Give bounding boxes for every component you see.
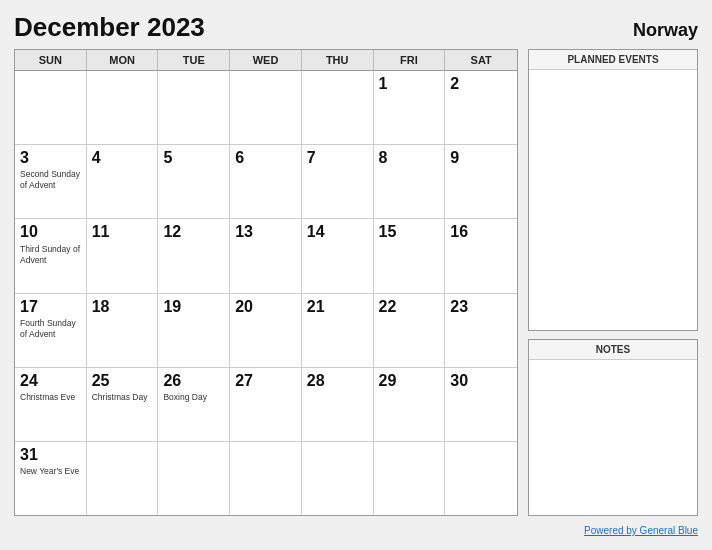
calendar-day-header: TUE bbox=[158, 50, 230, 70]
footer: Powered by General Blue bbox=[14, 520, 698, 538]
calendar-week-row: 24Christmas Eve25Christmas Day26Boxing D… bbox=[15, 368, 517, 442]
calendar-cell bbox=[445, 442, 517, 515]
main-content: SUNMONTUEWEDTHUFRISAT 123Second Sunday o… bbox=[14, 49, 698, 516]
calendar-week-row: 31New Year's Eve bbox=[15, 442, 517, 515]
page: December 2023 Norway SUNMONTUEWEDTHUFRIS… bbox=[0, 0, 712, 550]
calendar-cell: 8 bbox=[374, 145, 446, 218]
calendar: SUNMONTUEWEDTHUFRISAT 123Second Sunday o… bbox=[14, 49, 518, 516]
day-number: 23 bbox=[450, 297, 512, 316]
calendar-cell: 12 bbox=[158, 219, 230, 292]
calendar-day-header: SUN bbox=[15, 50, 87, 70]
day-number: 17 bbox=[20, 297, 81, 316]
day-event: Boxing Day bbox=[163, 392, 224, 403]
day-number: 12 bbox=[163, 222, 224, 241]
day-number: 13 bbox=[235, 222, 296, 241]
day-event: Christmas Day bbox=[92, 392, 153, 403]
day-number: 25 bbox=[92, 371, 153, 390]
day-number: 31 bbox=[20, 445, 81, 464]
day-number: 29 bbox=[379, 371, 440, 390]
calendar-day-header: MON bbox=[87, 50, 159, 70]
calendar-cell: 20 bbox=[230, 294, 302, 367]
day-number: 5 bbox=[163, 148, 224, 167]
calendar-cell bbox=[87, 442, 159, 515]
day-number: 20 bbox=[235, 297, 296, 316]
calendar-day-header: THU bbox=[302, 50, 374, 70]
planned-events-content bbox=[529, 70, 697, 330]
day-number: 18 bbox=[92, 297, 153, 316]
powered-by-link[interactable]: Powered by General Blue bbox=[584, 525, 698, 536]
calendar-cell: 2 bbox=[445, 71, 517, 144]
calendar-cell: 26Boxing Day bbox=[158, 368, 230, 441]
calendar-cell: 25Christmas Day bbox=[87, 368, 159, 441]
calendar-cell: 23 bbox=[445, 294, 517, 367]
calendar-cell: 11 bbox=[87, 219, 159, 292]
calendar-cell: 22 bbox=[374, 294, 446, 367]
calendar-cell bbox=[374, 442, 446, 515]
day-number: 24 bbox=[20, 371, 81, 390]
day-number: 7 bbox=[307, 148, 368, 167]
calendar-week-row: 17Fourth Sunday of Advent181920212223 bbox=[15, 294, 517, 368]
header: December 2023 Norway bbox=[14, 12, 698, 43]
day-number: 14 bbox=[307, 222, 368, 241]
calendar-week-row: 10Third Sunday of Advent111213141516 bbox=[15, 219, 517, 293]
day-number: 19 bbox=[163, 297, 224, 316]
calendar-cell: 29 bbox=[374, 368, 446, 441]
day-number: 26 bbox=[163, 371, 224, 390]
calendar-week-row: 12 bbox=[15, 71, 517, 145]
calendar-cell: 21 bbox=[302, 294, 374, 367]
day-number: 4 bbox=[92, 148, 153, 167]
calendar-cell: 7 bbox=[302, 145, 374, 218]
day-number: 27 bbox=[235, 371, 296, 390]
day-event: Fourth Sunday of Advent bbox=[20, 318, 81, 340]
calendar-day-header: SAT bbox=[445, 50, 517, 70]
calendar-cell bbox=[230, 71, 302, 144]
day-number: 28 bbox=[307, 371, 368, 390]
calendar-cell: 17Fourth Sunday of Advent bbox=[15, 294, 87, 367]
day-event: Third Sunday of Advent bbox=[20, 244, 81, 266]
notes-box: NOTES bbox=[528, 339, 698, 516]
day-number: 2 bbox=[450, 74, 512, 93]
calendar-cell: 10Third Sunday of Advent bbox=[15, 219, 87, 292]
calendar-cell bbox=[230, 442, 302, 515]
calendar-body: 123Second Sunday of Advent45678910Third … bbox=[15, 71, 517, 515]
calendar-day-header: FRI bbox=[374, 50, 446, 70]
calendar-cell bbox=[87, 71, 159, 144]
notes-title: NOTES bbox=[529, 340, 697, 360]
calendar-cell: 27 bbox=[230, 368, 302, 441]
planned-events-title: PLANNED EVENTS bbox=[529, 50, 697, 70]
day-number: 15 bbox=[379, 222, 440, 241]
calendar-cell: 5 bbox=[158, 145, 230, 218]
calendar-cell: 28 bbox=[302, 368, 374, 441]
day-number: 6 bbox=[235, 148, 296, 167]
day-number: 10 bbox=[20, 222, 81, 241]
calendar-cell: 31New Year's Eve bbox=[15, 442, 87, 515]
calendar-cell: 18 bbox=[87, 294, 159, 367]
calendar-cell bbox=[15, 71, 87, 144]
day-number: 30 bbox=[450, 371, 512, 390]
calendar-cell: 30 bbox=[445, 368, 517, 441]
day-number: 3 bbox=[20, 148, 81, 167]
calendar-cell: 1 bbox=[374, 71, 446, 144]
sidebar: PLANNED EVENTS NOTES bbox=[528, 49, 698, 516]
calendar-cell bbox=[158, 442, 230, 515]
calendar-cell: 19 bbox=[158, 294, 230, 367]
calendar-cell: 3Second Sunday of Advent bbox=[15, 145, 87, 218]
day-number: 11 bbox=[92, 222, 153, 241]
calendar-cell bbox=[302, 71, 374, 144]
day-event: New Year's Eve bbox=[20, 466, 81, 477]
day-number: 21 bbox=[307, 297, 368, 316]
day-number: 9 bbox=[450, 148, 512, 167]
calendar-cell: 15 bbox=[374, 219, 446, 292]
planned-events-box: PLANNED EVENTS bbox=[528, 49, 698, 331]
day-event: Second Sunday of Advent bbox=[20, 169, 81, 191]
notes-content bbox=[529, 360, 697, 515]
day-number: 16 bbox=[450, 222, 512, 241]
calendar-cell: 13 bbox=[230, 219, 302, 292]
page-title: December 2023 bbox=[14, 12, 205, 43]
calendar-cell: 9 bbox=[445, 145, 517, 218]
calendar-cell: 6 bbox=[230, 145, 302, 218]
calendar-week-row: 3Second Sunday of Advent456789 bbox=[15, 145, 517, 219]
calendar-cell bbox=[302, 442, 374, 515]
calendar-cell bbox=[158, 71, 230, 144]
day-event: Christmas Eve bbox=[20, 392, 81, 403]
